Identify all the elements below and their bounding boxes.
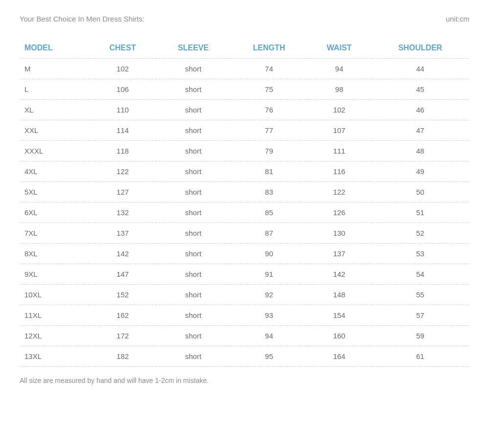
cell-r8-c3: 87: [230, 223, 307, 244]
col-header-chest: CHEST: [89, 38, 156, 59]
cell-r5-c5: 49: [371, 161, 469, 182]
cell-r10-c5: 54: [371, 264, 469, 285]
cell-r14-c3: 95: [230, 346, 307, 367]
cell-r14-c5: 61: [371, 346, 469, 367]
unit-label: unit:cm: [446, 15, 469, 23]
cell-r7-c4: 126: [308, 202, 371, 223]
cell-r10-c2: short: [156, 264, 231, 285]
cell-r7-c1: 132: [89, 202, 156, 223]
col-header-shoulder: SHOULDER: [371, 38, 469, 59]
cell-r2-c3: 76: [230, 100, 307, 120]
col-header-length: LENGTH: [230, 38, 307, 59]
cell-r9-c3: 90: [230, 244, 307, 264]
footer-note: All size are measured by hand and will h…: [20, 377, 469, 384]
cell-r6-c2: short: [156, 182, 231, 202]
cell-r11-c3: 92: [230, 285, 307, 305]
cell-r2-c2: short: [156, 100, 231, 120]
cell-r13-c0: 12XL: [20, 326, 89, 346]
cell-r0-c1: 102: [89, 59, 156, 79]
cell-r12-c5: 57: [371, 305, 469, 326]
cell-r4-c4: 111: [308, 141, 371, 161]
cell-r13-c1: 172: [89, 326, 156, 346]
cell-r7-c2: short: [156, 202, 231, 223]
header-row: MODELCHESTSLEEVELENGTHWAISTSHOULDER: [20, 38, 469, 59]
cell-r3-c2: short: [156, 120, 231, 141]
cell-r1-c5: 45: [371, 79, 469, 100]
cell-r6-c5: 50: [371, 182, 469, 202]
cell-r6-c1: 127: [89, 182, 156, 202]
table-row: 10XL152short9214855: [20, 285, 469, 305]
cell-r4-c5: 48: [371, 141, 469, 161]
table-row: 8XL142short9013753: [20, 244, 469, 264]
cell-r3-c3: 77: [230, 120, 307, 141]
table-row: 6XL132short8512651: [20, 202, 469, 223]
table-row: L106short759845: [20, 79, 469, 100]
top-header: Your Best Choice In Men Dress Shirts: un…: [20, 15, 469, 23]
cell-r5-c4: 116: [308, 161, 371, 182]
cell-r13-c3: 94: [230, 326, 307, 346]
cell-r0-c0: M: [20, 59, 89, 79]
cell-r5-c3: 81: [230, 161, 307, 182]
cell-r4-c2: short: [156, 141, 231, 161]
cell-r6-c0: 5XL: [20, 182, 89, 202]
subtitle: Your Best Choice In Men Dress Shirts:: [20, 15, 144, 23]
cell-r5-c0: 4XL: [20, 161, 89, 182]
cell-r12-c4: 154: [308, 305, 371, 326]
table-row: 13XL182short9516461: [20, 346, 469, 367]
cell-r10-c0: 9XL: [20, 264, 89, 285]
table-row: 7XL137short8713052: [20, 223, 469, 244]
cell-r1-c0: L: [20, 79, 89, 100]
col-header-sleeve: SLEEVE: [156, 38, 231, 59]
cell-r4-c1: 118: [89, 141, 156, 161]
col-header-model: MODEL: [20, 38, 89, 59]
cell-r1-c2: short: [156, 79, 231, 100]
table-row: XL110short7610246: [20, 100, 469, 120]
col-header-waist: WAIST: [308, 38, 371, 59]
cell-r8-c1: 137: [89, 223, 156, 244]
cell-r3-c4: 107: [308, 120, 371, 141]
cell-r6-c3: 83: [230, 182, 307, 202]
table-row: XXL114short7710747: [20, 120, 469, 141]
cell-r10-c1: 147: [89, 264, 156, 285]
table-header: MODELCHESTSLEEVELENGTHWAISTSHOULDER: [20, 38, 469, 59]
cell-r0-c5: 44: [371, 59, 469, 79]
cell-r11-c2: short: [156, 285, 231, 305]
cell-r8-c5: 52: [371, 223, 469, 244]
cell-r0-c2: short: [156, 59, 231, 79]
table-row: M102short749444: [20, 59, 469, 79]
cell-r1-c4: 98: [308, 79, 371, 100]
cell-r9-c5: 53: [371, 244, 469, 264]
cell-r11-c0: 10XL: [20, 285, 89, 305]
cell-r4-c0: XXXL: [20, 141, 89, 161]
cell-r9-c4: 137: [308, 244, 371, 264]
cell-r13-c5: 59: [371, 326, 469, 346]
cell-r7-c0: 6XL: [20, 202, 89, 223]
cell-r5-c2: short: [156, 161, 231, 182]
cell-r9-c1: 142: [89, 244, 156, 264]
cell-r1-c3: 75: [230, 79, 307, 100]
table-row: 12XL172short9416059: [20, 326, 469, 346]
table-row: 9XL147short9114254: [20, 264, 469, 285]
cell-r2-c4: 102: [308, 100, 371, 120]
cell-r8-c2: short: [156, 223, 231, 244]
cell-r2-c1: 110: [89, 100, 156, 120]
cell-r12-c2: short: [156, 305, 231, 326]
cell-r12-c0: 11XL: [20, 305, 89, 326]
cell-r2-c0: XL: [20, 100, 89, 120]
cell-r13-c4: 160: [308, 326, 371, 346]
cell-r12-c3: 93: [230, 305, 307, 326]
cell-r7-c3: 85: [230, 202, 307, 223]
cell-r7-c5: 51: [371, 202, 469, 223]
size-table: MODELCHESTSLEEVELENGTHWAISTSHOULDER M102…: [20, 38, 469, 367]
cell-r13-c2: short: [156, 326, 231, 346]
cell-r14-c2: short: [156, 346, 231, 367]
table-row: XXXL118short7911148: [20, 141, 469, 161]
cell-r3-c0: XXL: [20, 120, 89, 141]
cell-r3-c1: 114: [89, 120, 156, 141]
cell-r10-c3: 91: [230, 264, 307, 285]
cell-r12-c1: 162: [89, 305, 156, 326]
cell-r4-c3: 79: [230, 141, 307, 161]
table-row: 5XL127short8312250: [20, 182, 469, 202]
cell-r0-c3: 74: [230, 59, 307, 79]
cell-r5-c1: 122: [89, 161, 156, 182]
